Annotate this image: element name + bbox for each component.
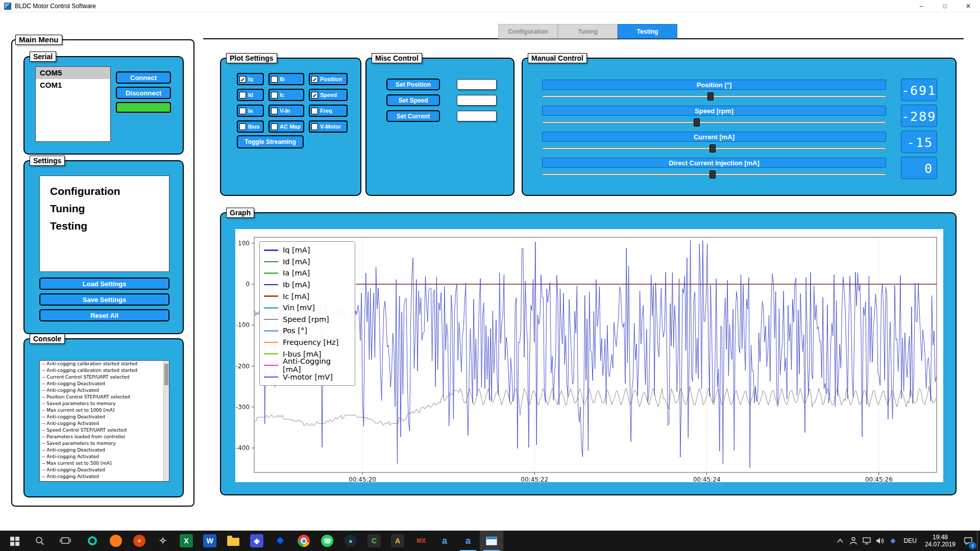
connect-button[interactable]: Connect (116, 71, 171, 84)
search-icon (35, 536, 45, 546)
checkbox-label: Iq (248, 76, 253, 82)
console-scrollbar[interactable] (163, 361, 169, 481)
serial-port-list[interactable]: COM5COM1 (35, 66, 111, 142)
set-position-input[interactable] (457, 79, 497, 90)
console-line: -- Anti-cogging Deactivated (40, 447, 169, 454)
plot-checkbox-speed[interactable]: ✓Speed (309, 89, 348, 101)
show-desktop-button[interactable] (977, 531, 980, 551)
legend-item-vin: Vin [mV] (264, 302, 351, 314)
legend-item-label: Pos [°] (283, 327, 307, 335)
chrome-icon (298, 535, 310, 547)
taskbar-app-green-badge-app[interactable]: C (362, 531, 386, 551)
tab-testing[interactable]: Testing (618, 24, 677, 39)
taskbar-app-dark-circle-app[interactable]: ● (339, 531, 362, 551)
load-settings-button[interactable]: Load Settings (39, 278, 169, 290)
plot-checkbox-v-in[interactable]: V-In (268, 105, 304, 117)
settings-mode-testing[interactable]: Testing (50, 217, 169, 235)
search-button[interactable] (29, 531, 51, 551)
serial-port-com5[interactable]: COM5 (36, 67, 110, 79)
set-current-input[interactable] (457, 111, 497, 121)
set-speed-input[interactable] (457, 95, 497, 106)
plot-checkbox-position[interactable]: ✓Position (309, 73, 348, 85)
direct-current-injection-slider-handle[interactable] (709, 170, 716, 179)
taskbar-app-bolt-app[interactable]: A (386, 531, 409, 551)
direct-current-injection-value-display: 0 (901, 157, 937, 179)
plot-checkbox-ic[interactable]: Ic (268, 89, 304, 101)
tray-people-button[interactable] (847, 531, 860, 551)
taskbar-app-mx-app[interactable]: MX (409, 531, 433, 551)
plot-checkbox-ibus[interactable]: Ibus (237, 120, 264, 133)
plot-checkbox-ac-map[interactable]: AC Map (268, 120, 304, 133)
console-line: -- Current Control STEP/UART selected (40, 374, 169, 381)
taskbar-app-excel[interactable]: X (175, 531, 198, 551)
set-current-button[interactable]: Set Current (386, 110, 440, 122)
direct-current-injection-slider-label: Direct Current Injection [mA] (542, 158, 886, 168)
task-view-button[interactable] (54, 531, 77, 551)
taskbar-app-chrome[interactable] (292, 531, 315, 551)
plot-checkbox-ib[interactable]: Ib (268, 73, 304, 85)
taskbar-app-file-explorer[interactable] (222, 531, 245, 551)
plot-checkbox-id[interactable]: Id (237, 89, 264, 101)
taskbar-clock[interactable]: 19:48 24.07.2019 (921, 534, 960, 548)
close-button[interactable]: ✕ (957, 0, 980, 12)
speed-slider[interactable] (542, 121, 886, 123)
disconnect-button[interactable]: Disconnect (116, 87, 171, 99)
misc-control-row: Set Speed (386, 94, 497, 106)
taskbar-app-blue-diamond-app[interactable]: ◆ (245, 531, 268, 551)
settings-mode-tuning[interactable]: Tuning (50, 200, 169, 217)
taskbar-app-teal-ring-app[interactable] (81, 531, 104, 551)
current-slider[interactable] (542, 147, 886, 149)
speed-slider-handle[interactable] (694, 118, 700, 127)
tray-volume-button[interactable] (873, 531, 887, 551)
taskbar: ✶✧XW◆❖☎●CAMXaa (0, 531, 980, 551)
taskbar-app-keys-app[interactable]: ✧ (151, 531, 175, 551)
tray-expand-button[interactable] (834, 531, 847, 551)
serial-port-com1[interactable]: COM1 (36, 79, 110, 91)
language-indicator[interactable]: DEU (900, 537, 921, 544)
plot-checkbox-iq[interactable]: ✓Iq (237, 73, 264, 85)
taskbar-app-word[interactable]: W (198, 531, 222, 551)
legend-swatch (264, 295, 278, 297)
position-slider-handle[interactable] (707, 92, 714, 101)
console-line: -- Anti-cogging calibration started star… (40, 361, 169, 367)
minimize-button[interactable]: – (910, 0, 933, 12)
plot-checkbox-ia[interactable]: Ia (237, 105, 264, 117)
tray-network-button[interactable] (860, 531, 873, 551)
svg-text:0: 0 (246, 281, 250, 288)
tray-dropbox-icon[interactable]: ❖ (887, 531, 900, 551)
action-center-button[interactable]: 2 (960, 531, 977, 551)
excel-icon: X (180, 534, 193, 547)
set-speed-button[interactable]: Set Speed (386, 94, 440, 106)
taskbar-app-orange-circle-app[interactable] (104, 531, 128, 551)
tab-configuration[interactable]: Configuration (498, 24, 558, 39)
console-scrollbar-thumb[interactable] (164, 364, 168, 385)
notification-badge: 2 (969, 542, 976, 549)
taskbar-app-flame-app[interactable]: ✶ (128, 531, 151, 551)
bolt-app-icon: A (391, 534, 404, 547)
save-settings-button[interactable]: Save Settings (39, 293, 169, 306)
set-position-button[interactable]: Set Position (386, 79, 440, 90)
legend-item-speed: Speed [rpm] (264, 314, 351, 325)
tab-tuning[interactable]: Tuning (558, 24, 618, 39)
toggle-streaming-button[interactable]: Toggle Streaming (237, 135, 304, 148)
console-log[interactable]: -- Anti-cogging calibration started star… (39, 360, 169, 482)
direct-current-injection-slider[interactable] (542, 173, 886, 176)
plot-checkbox-freq[interactable]: Freq (309, 105, 348, 117)
checkbox-icon (239, 108, 246, 114)
start-button[interactable] (3, 531, 26, 551)
taskbar-app-whatsapp[interactable]: ☎ (315, 531, 339, 551)
taskbar-app-blue-a-app[interactable]: a (433, 531, 456, 551)
taskbar-app-dropbox[interactable]: ❖ (268, 531, 292, 551)
chrome-icon-dot (302, 539, 306, 543)
plot-checkbox-v-motor[interactable]: V-Motor (309, 120, 348, 133)
plot-area: 00:45:2000:45:2200:45:2400:45:261000-100… (235, 229, 943, 482)
taskbar-app-blue-a-app-2[interactable]: a (456, 531, 480, 551)
settings-mode-configuration[interactable]: Configuration (50, 183, 169, 200)
current-slider-handle[interactable] (709, 144, 716, 153)
maximize-button[interactable]: □ (933, 0, 957, 12)
position-slider[interactable] (542, 95, 886, 97)
svg-text:-400: -400 (236, 444, 250, 452)
reset-all-button[interactable]: Reset All (39, 309, 169, 321)
legend-swatch (264, 365, 278, 366)
taskbar-app-bldc-motor-app[interactable] (480, 531, 503, 551)
